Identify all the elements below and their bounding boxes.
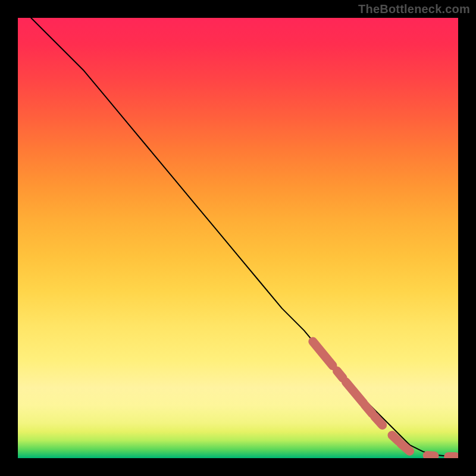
highlight-segment	[337, 371, 343, 378]
chart-stage: TheBottleneck.com	[0, 0, 476, 476]
highlight-segment	[392, 436, 399, 441]
highlight-segment	[427, 456, 434, 456]
highlight-segment	[374, 416, 382, 425]
plot-area	[18, 18, 458, 458]
chart-overlay	[18, 18, 458, 458]
highlight-segment	[401, 444, 410, 452]
highlight-segment	[365, 405, 372, 414]
highlight-segment	[346, 382, 364, 403]
highlight-segment	[313, 342, 333, 366]
curve-line	[31, 18, 458, 457]
attribution-text: TheBottleneck.com	[358, 2, 470, 16]
